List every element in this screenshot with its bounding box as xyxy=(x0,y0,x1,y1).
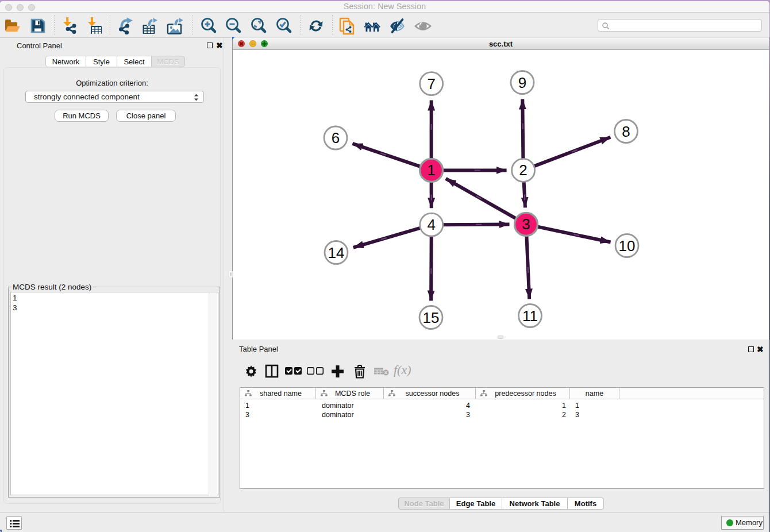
svg-text:11: 11 xyxy=(522,307,538,325)
svg-text:7: 7 xyxy=(427,75,435,92)
svg-text:4: 4 xyxy=(428,216,436,233)
svg-text:9: 9 xyxy=(518,74,526,91)
svg-text:6: 6 xyxy=(332,129,340,147)
svg-text:3: 3 xyxy=(522,215,530,233)
svg-text:14: 14 xyxy=(328,244,345,261)
svg-text:10: 10 xyxy=(619,237,636,255)
svg-text:15: 15 xyxy=(423,309,440,326)
svg-text:2: 2 xyxy=(519,161,527,179)
svg-text:1: 1 xyxy=(427,161,435,179)
svg-text:8: 8 xyxy=(622,123,630,140)
